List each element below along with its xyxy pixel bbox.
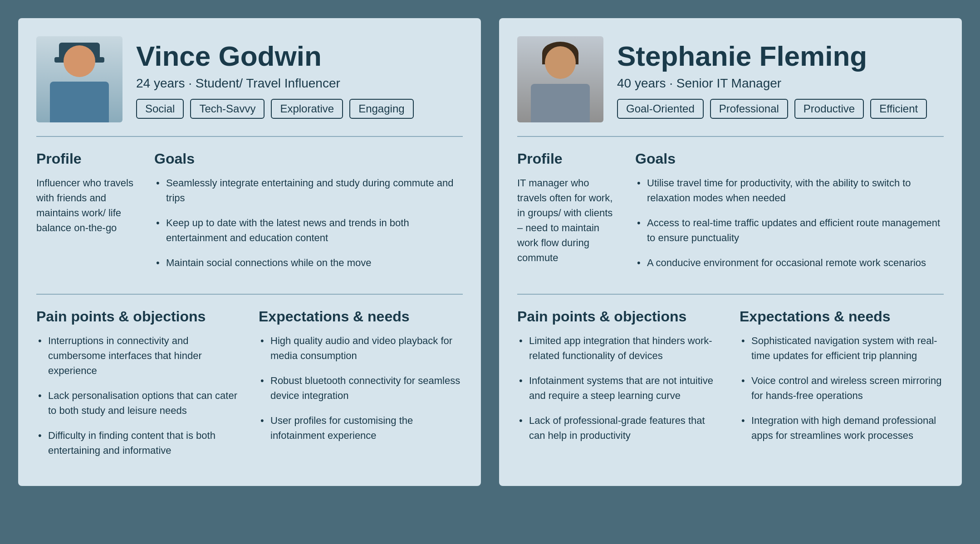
persona-card-stephanie: Stephanie Fleming 40 years · Senior IT M… <box>499 18 962 486</box>
persona-meta-stephanie: 40 years · Senior IT Manager <box>617 76 944 91</box>
exp-vince-3: User profiles for customising the infota… <box>259 413 463 443</box>
profile-text-stephanie: IT manager who travels often for work, i… <box>517 175 617 265</box>
goals-title-stephanie: Goals <box>635 151 944 167</box>
exp-title-vince: Expectations & needs <box>259 308 463 325</box>
pain-section-vince: Pain points & objections Interruptions i… <box>36 308 240 468</box>
avatar-decoration <box>545 46 576 79</box>
persona-name-stephanie: Stephanie Fleming <box>617 41 944 72</box>
goal-stephanie-1: Utilise travel time for productivity, wi… <box>635 175 944 205</box>
avatar-stephanie <box>517 36 603 122</box>
exp-vince-2: Robust bluetooth connectivity for seamle… <box>259 373 463 403</box>
persona-name-vince: Vince Godwin <box>136 41 463 72</box>
avatar-decoration <box>64 45 95 77</box>
pain-vince-1: Interruptions in connectivity and cumber… <box>36 333 240 378</box>
persona-card-vince: Vince Godwin 24 years · Student/ Travel … <box>18 18 481 486</box>
pain-title-vince: Pain points & objections <box>36 308 240 325</box>
goal-vince-3: Maintain social connections while on the… <box>154 255 463 270</box>
tag-engaging: Engaging <box>349 99 413 119</box>
goal-vince-2: Keep up to date with the latest news and… <box>154 215 463 245</box>
exp-stephanie-1: Sophisticated navigation system with rea… <box>740 333 944 363</box>
goals-section-stephanie: Goals Utilise travel time for productivi… <box>635 151 944 280</box>
pain-vince-2: Lack personalisation options that can ca… <box>36 388 240 418</box>
exp-section-vince: Expectations & needs High quality audio … <box>259 308 463 468</box>
profile-goals-stephanie: Profile IT manager who travels often for… <box>517 151 944 280</box>
pain-list-vince: Interruptions in connectivity and cumber… <box>36 333 240 458</box>
divider-vince-2 <box>36 294 463 295</box>
profile-text-vince: Influencer who travels with friends and … <box>36 175 136 235</box>
goal-stephanie-3: A conducive environment for occasional r… <box>635 255 944 270</box>
exp-list-vince: High quality audio and video playback fo… <box>259 333 463 443</box>
exp-stephanie-2: Voice control and wireless screen mirror… <box>740 373 944 403</box>
tag-goal-oriented: Goal-Oriented <box>617 99 704 119</box>
tag-tech-savvy: Tech-Savvy <box>190 99 265 119</box>
avatar-vince <box>36 36 122 122</box>
profile-goals-vince: Profile Influencer who travels with frie… <box>36 151 463 280</box>
goals-section-vince: Goals Seamlessly integrate entertaining … <box>154 151 463 280</box>
personas-container: Vince Godwin 24 years · Student/ Travel … <box>18 18 962 486</box>
goals-title-vince: Goals <box>154 151 463 167</box>
tag-professional: Professional <box>710 99 788 119</box>
goals-list-stephanie: Utilise travel time for productivity, wi… <box>635 175 944 270</box>
pain-section-stephanie: Pain points & objections Limited app int… <box>517 308 721 453</box>
goal-stephanie-2: Access to real-time traffic updates and … <box>635 215 944 245</box>
profile-title-vince: Profile <box>36 151 136 167</box>
divider-stephanie-2 <box>517 294 944 295</box>
divider-vince-1 <box>36 136 463 137</box>
profile-section-stephanie: Profile IT manager who travels often for… <box>517 151 617 280</box>
persona-info-stephanie: Stephanie Fleming 40 years · Senior IT M… <box>617 36 944 119</box>
goal-vince-1: Seamlessly integrate entertaining and st… <box>154 175 463 205</box>
avatar-decoration <box>531 84 590 122</box>
persona-info-vince: Vince Godwin 24 years · Student/ Travel … <box>136 36 463 119</box>
exp-vince-1: High quality audio and video playback fo… <box>259 333 463 363</box>
exp-title-stephanie: Expectations & needs <box>740 308 944 325</box>
persona-header-stephanie: Stephanie Fleming 40 years · Senior IT M… <box>517 36 944 122</box>
persona-tags-vince: Social Tech-Savvy Explorative Engaging <box>136 99 463 119</box>
persona-header-vince: Vince Godwin 24 years · Student/ Travel … <box>36 36 463 122</box>
profile-title-stephanie: Profile <box>517 151 617 167</box>
pain-stephanie-2: Infotainment systems that are not intuit… <box>517 373 721 403</box>
goals-list-vince: Seamlessly integrate entertaining and st… <box>154 175 463 270</box>
persona-meta-vince: 24 years · Student/ Travel Influencer <box>136 76 463 91</box>
pain-exp-vince: Pain points & objections Interruptions i… <box>36 308 463 468</box>
exp-stephanie-3: Integration with high demand professiona… <box>740 413 944 443</box>
pain-title-stephanie: Pain points & objections <box>517 308 721 325</box>
tag-explorative: Explorative <box>271 99 343 119</box>
pain-exp-stephanie: Pain points & objections Limited app int… <box>517 308 944 453</box>
profile-section-vince: Profile Influencer who travels with frie… <box>36 151 136 280</box>
exp-section-stephanie: Expectations & needs Sophisticated navig… <box>740 308 944 453</box>
persona-tags-stephanie: Goal-Oriented Professional Productive Ef… <box>617 99 944 119</box>
avatar-decoration <box>50 82 109 122</box>
tag-efficient: Efficient <box>870 99 927 119</box>
tag-productive: Productive <box>794 99 864 119</box>
exp-list-stephanie: Sophisticated navigation system with rea… <box>740 333 944 443</box>
tag-social: Social <box>136 99 184 119</box>
pain-list-stephanie: Limited app integration that hinders wor… <box>517 333 721 443</box>
divider-stephanie-1 <box>517 136 944 137</box>
pain-stephanie-3: Lack of professional-grade features that… <box>517 413 721 443</box>
pain-stephanie-1: Limited app integration that hinders wor… <box>517 333 721 363</box>
pain-vince-3: Difficulty in finding content that is bo… <box>36 428 240 458</box>
